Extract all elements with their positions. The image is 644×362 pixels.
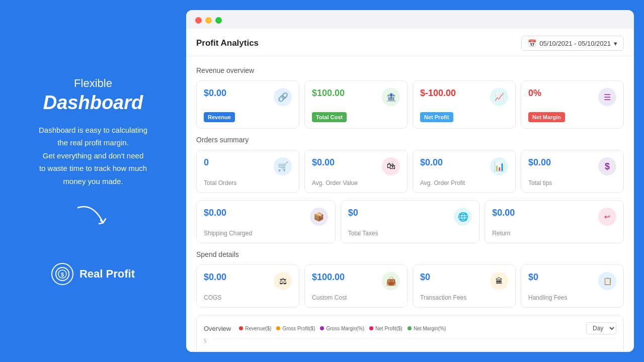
svg-text:$: $ [61, 272, 64, 278]
chart-title: Overview [204, 325, 231, 332]
chart-section: Overview Revenue($) Gross Profit($) [196, 315, 624, 352]
net-profit-card: $-100.00 📈 Net Profit [413, 80, 516, 129]
calendar-icon: 📅 [528, 39, 536, 47]
revenue-value: $0.00 [204, 88, 226, 99]
y-label-5: 5 [204, 338, 207, 344]
net-margin-badge: Net Margin [528, 112, 565, 122]
return-value: $0.00 [492, 208, 515, 218]
window-chrome [186, 10, 634, 29]
legend-revenue: Revenue($) [239, 326, 271, 331]
total-orders-icon: 🛒 [274, 157, 292, 175]
legend-label-net-profit: Net Profit($) [375, 326, 403, 331]
handling-fees-card: $0 📋 Handling Fees [521, 264, 624, 308]
dot-yellow[interactable] [205, 17, 212, 24]
shipping-charged-value: $0.00 [204, 208, 226, 218]
total-tips-label: Total tips [528, 179, 616, 187]
total-taxes-card: $0 🌐 Total Taxes [341, 200, 480, 243]
total-cost-icon: 🏦 [382, 88, 400, 106]
net-margin-value: 0% [528, 88, 541, 99]
revenue-badge: Revenue [204, 112, 235, 122]
dot-green[interactable] [215, 17, 222, 24]
dash-body: Revenue overview $0.00 🔗 Revenue $100.00… [186, 56, 634, 352]
description: Dashboard is easy to calculatingthe real… [39, 124, 147, 188]
legend-dot-net-margin [408, 326, 412, 330]
brand-name: Real Profit [79, 267, 135, 281]
handling-fees-value: $0 [528, 272, 538, 283]
legend-dot-revenue [239, 326, 243, 330]
legend-label-revenue: Revenue($) [245, 326, 271, 331]
tagline-flex: Flexible [74, 77, 112, 90]
custom-cost-label: Custom Cost [312, 294, 400, 301]
total-cost-badge: Total Cost [312, 112, 347, 122]
left-panel: Flexible Dashboard Dashboard is easy to … [0, 0, 186, 362]
total-orders-value: 0 [204, 157, 209, 168]
net-profit-badge: Net Profit [420, 112, 453, 122]
avg-order-profit-label: Avg. Order Profit [420, 179, 508, 187]
cogs-icon: ⚖ [274, 272, 292, 290]
transaction-fees-label: Transaction Fees [420, 294, 508, 301]
date-picker[interactable]: 📅 05/10/2021 - 05/10/2021 ▾ [521, 36, 624, 51]
total-tips-icon: $ [598, 157, 616, 175]
custom-cost-icon: 👜 [382, 272, 400, 290]
dot-red[interactable] [195, 17, 202, 24]
transaction-fees-icon: 🏛 [490, 272, 508, 290]
shipping-charged-card: $0.00 📦 Shipping Charged [196, 200, 336, 243]
brand-icon: $ [51, 263, 73, 285]
arrow-icon [73, 203, 113, 233]
return-icon: ↩ [598, 208, 616, 226]
cogs-card: $0.00 ⚖ COGS [196, 264, 299, 308]
revenue-overview-cards: $0.00 🔗 Revenue $100.00 🏦 Total Cost [196, 80, 624, 129]
transaction-fees-value: $0 [420, 272, 430, 283]
return-card: $0.00 ↩ Return [485, 200, 624, 243]
total-tips-value: $0.00 [528, 157, 551, 168]
legend-net-profit: Net Profit($) [369, 326, 403, 331]
total-orders-label: Total Orders [204, 179, 292, 187]
total-orders-card: 0 🛒 Total Orders [196, 150, 299, 193]
total-taxes-icon: 🌐 [454, 208, 472, 226]
day-dropdown[interactable]: Day [586, 322, 616, 334]
avg-order-value-label: Avg. Order Value [312, 179, 400, 187]
avg-order-value-value: $0.00 [312, 157, 335, 168]
shipping-charged-label: Shipping Charged [204, 230, 328, 237]
custom-cost-value: $100.00 [312, 272, 345, 283]
orders-row1: 0 🛒 Total Orders $0.00 🛍 Avg. Order Valu… [196, 150, 624, 193]
tagline-bold: Dashboard [43, 92, 143, 114]
total-taxes-label: Total Taxes [348, 230, 472, 237]
total-tips-card: $0.00 $ Total tips [521, 150, 624, 193]
orders-summary-label: Orders summary [196, 136, 624, 144]
handling-fees-label: Handling Fees [528, 294, 616, 301]
revenue-card: $0.00 🔗 Revenue [196, 80, 299, 129]
net-profit-value: $-100.00 [420, 88, 456, 99]
total-cost-value: $100.00 [312, 88, 345, 99]
chart-gridline-5 [213, 338, 616, 339]
brand: $ Real Profit [51, 263, 135, 285]
chart-legend: Revenue($) Gross Profit($) Gross Margin(… [239, 326, 446, 331]
avg-order-profit-value: $0.00 [420, 157, 443, 168]
handling-fees-icon: 📋 [598, 272, 616, 290]
revenue-overview-label: Revenue overview [196, 66, 624, 74]
avg-order-profit-icon: 📊 [490, 157, 508, 175]
cogs-value: $0.00 [204, 272, 226, 283]
legend-net-margin: Net Margin(%) [408, 326, 446, 331]
legend-dot-net-profit [369, 326, 373, 330]
custom-cost-card: $100.00 👜 Custom Cost [304, 264, 408, 308]
total-cost-card: $100.00 🏦 Total Cost [304, 80, 408, 129]
legend-dot-gross-margin [320, 326, 324, 330]
spend-details-label: Spend details [196, 250, 624, 258]
legend-gross-margin: Gross Margin(%) [320, 326, 364, 331]
shipping-charged-icon: 📦 [310, 208, 328, 226]
revenue-icon: 🔗 [274, 88, 292, 106]
net-margin-icon: ☰ [598, 88, 616, 106]
legend-dot-gross-profit [276, 326, 280, 330]
total-taxes-value: $0 [348, 208, 358, 218]
net-margin-card: 0% ☰ Net Margin [521, 80, 624, 129]
legend-label-gross-margin: Gross Margin(%) [326, 326, 364, 331]
chart-area: 5 4 [204, 338, 616, 352]
avg-order-profit-card: $0.00 📊 Avg. Order Profit [413, 150, 516, 193]
net-profit-icon: 📈 [490, 88, 508, 106]
legend-label-net-margin: Net Margin(%) [414, 326, 446, 331]
return-label: Return [492, 230, 616, 237]
dash-header: Profit Analytics 📅 05/10/2021 - 05/10/20… [186, 29, 634, 56]
legend-gross-profit: Gross Profit($) [276, 326, 315, 331]
avg-order-value-icon: 🛍 [382, 157, 400, 175]
